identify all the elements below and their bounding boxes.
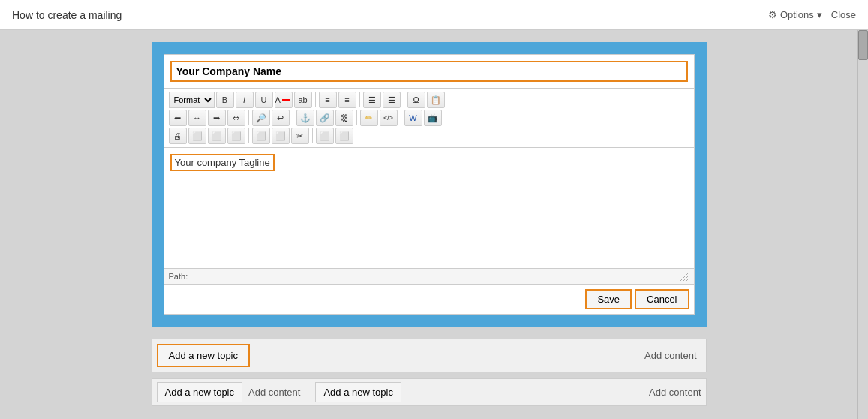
bottom-section: Add a new topic Add content Add a new to… bbox=[152, 339, 707, 406]
topic-row-2: Add a new topic Add content Add a new to… bbox=[152, 378, 707, 406]
tb-extra-4[interactable]: ⬜ bbox=[252, 128, 270, 144]
align-j-button[interactable]: ⇔ bbox=[227, 110, 245, 126]
media-button[interactable]: 📺 bbox=[424, 110, 442, 126]
page-title: How to create a mailing bbox=[12, 9, 122, 21]
toolbar-separator-4 bbox=[248, 110, 249, 125]
add-topic-button-2[interactable]: Add a new topic bbox=[157, 382, 243, 402]
tb-extra-3[interactable]: ⬜ bbox=[227, 128, 245, 144]
gear-icon: ⚙ bbox=[768, 9, 777, 20]
align-right-button[interactable]: ≡ bbox=[338, 92, 356, 108]
toolbar-separator-9 bbox=[312, 128, 313, 143]
chevron-down-icon: ▾ bbox=[817, 9, 822, 20]
top-bar-actions: ⚙ Options ▾ Close bbox=[768, 9, 856, 20]
editor-container: Format B I U A ab ≡ ≡ ☰ ☰ bbox=[164, 54, 695, 315]
italic-button[interactable]: I bbox=[236, 92, 254, 108]
tb-extra-6[interactable]: ✂ bbox=[291, 128, 309, 144]
resize-handle[interactable] bbox=[680, 272, 689, 281]
action-buttons: Save Cancel bbox=[164, 284, 694, 314]
toolbar-row-2: ⬅ ↔ ➡ ⇔ 🔎 ↩ ⚓ 🔗 ⛓ ✏ bbox=[169, 110, 689, 126]
editor-toolbar: Format B I U A ab ≡ ≡ ☰ ☰ bbox=[164, 89, 694, 148]
source-button[interactable]: </> bbox=[380, 110, 398, 126]
tb-extra-2[interactable]: ⬜ bbox=[208, 128, 226, 144]
topic-row-1: Add a new topic Add content bbox=[152, 339, 707, 372]
tb-extra-1[interactable]: ⬜ bbox=[188, 128, 206, 144]
align-c-button[interactable]: ↔ bbox=[188, 110, 206, 126]
toolbar-separator-5 bbox=[293, 110, 293, 125]
add-content-button-2[interactable]: Add content bbox=[248, 387, 300, 398]
title-input-wrapper bbox=[164, 55, 694, 89]
toolbar-separator-8 bbox=[248, 128, 249, 143]
paste-button[interactable]: 📋 bbox=[427, 92, 445, 108]
editor-body: Your company Tagline bbox=[164, 148, 694, 268]
link-button[interactable]: 🔗 bbox=[316, 110, 334, 126]
underline-button[interactable]: U bbox=[255, 92, 273, 108]
unlink-button[interactable]: ⛓ bbox=[335, 110, 353, 126]
options-label: Options bbox=[780, 9, 814, 20]
scrollbar-track[interactable] bbox=[857, 30, 868, 419]
cancel-button[interactable]: Cancel bbox=[635, 289, 689, 309]
font-color-button[interactable]: A bbox=[275, 92, 293, 108]
toolbar-row-1: Format B I U A ab ≡ ≡ ☰ ☰ bbox=[169, 92, 689, 108]
toolbar-separator-6 bbox=[356, 110, 357, 125]
align-r-button[interactable]: ➡ bbox=[208, 110, 226, 126]
highlight2-button[interactable]: ✏ bbox=[360, 110, 378, 126]
scrollbar-thumb[interactable] bbox=[858, 30, 868, 60]
add-topic-button-1[interactable]: Add a new topic bbox=[157, 344, 251, 367]
path-label: Path: bbox=[169, 272, 188, 281]
close-button[interactable]: Close bbox=[831, 9, 856, 20]
tb-extra-7[interactable]: ⬜ bbox=[316, 128, 334, 144]
toolbar-separator-3 bbox=[404, 92, 404, 107]
save-button[interactable]: Save bbox=[585, 289, 632, 309]
top-bar: How to create a mailing ⚙ Options ▾ Clos… bbox=[0, 0, 868, 30]
main-content: Format B I U A ab ≡ ≡ ☰ ☰ bbox=[0, 30, 868, 419]
align-l-button[interactable]: ⬅ bbox=[169, 110, 187, 126]
list-ul-button[interactable]: ☰ bbox=[363, 92, 381, 108]
path-bar: Path: bbox=[164, 268, 694, 284]
add-topic-button-3[interactable]: Add a new topic bbox=[315, 382, 401, 402]
options-button[interactable]: ⚙ Options ▾ bbox=[768, 9, 822, 20]
tb-extra-8[interactable]: ⬜ bbox=[335, 128, 353, 144]
add-content-button-1[interactable]: Add content bbox=[644, 350, 705, 361]
company-name-input[interactable] bbox=[170, 61, 688, 82]
find-button[interactable]: 🔎 bbox=[252, 110, 270, 126]
tagline-input[interactable]: Your company Tagline bbox=[170, 154, 275, 171]
special-char-button[interactable]: Ω bbox=[407, 92, 425, 108]
toolbar-separator-2 bbox=[359, 92, 360, 107]
tb-extra-5[interactable]: ⬜ bbox=[272, 128, 290, 144]
add-content-button-3[interactable]: Add content bbox=[649, 387, 701, 398]
word-button[interactable]: W bbox=[404, 110, 422, 126]
align-left-button[interactable]: ≡ bbox=[319, 92, 337, 108]
undo-button[interactable]: ↩ bbox=[272, 110, 290, 126]
anchor-button[interactable]: ⚓ bbox=[296, 110, 314, 126]
toolbar-separator-7 bbox=[401, 110, 401, 125]
toolbar-row-3: 🖨 ⬜ ⬜ ⬜ ⬜ ⬜ ✂ ⬜ ⬜ bbox=[169, 128, 689, 144]
list-ol-button[interactable]: ☰ bbox=[383, 92, 401, 108]
toolbar-separator-1 bbox=[315, 92, 316, 107]
highlight-button[interactable]: ab bbox=[294, 92, 312, 108]
format-select[interactable]: Format bbox=[169, 92, 215, 108]
print-button[interactable]: 🖨 bbox=[169, 128, 187, 144]
blue-panel: Format B I U A ab ≡ ≡ ☰ ☰ bbox=[152, 42, 707, 327]
bold-button[interactable]: B bbox=[216, 92, 234, 108]
